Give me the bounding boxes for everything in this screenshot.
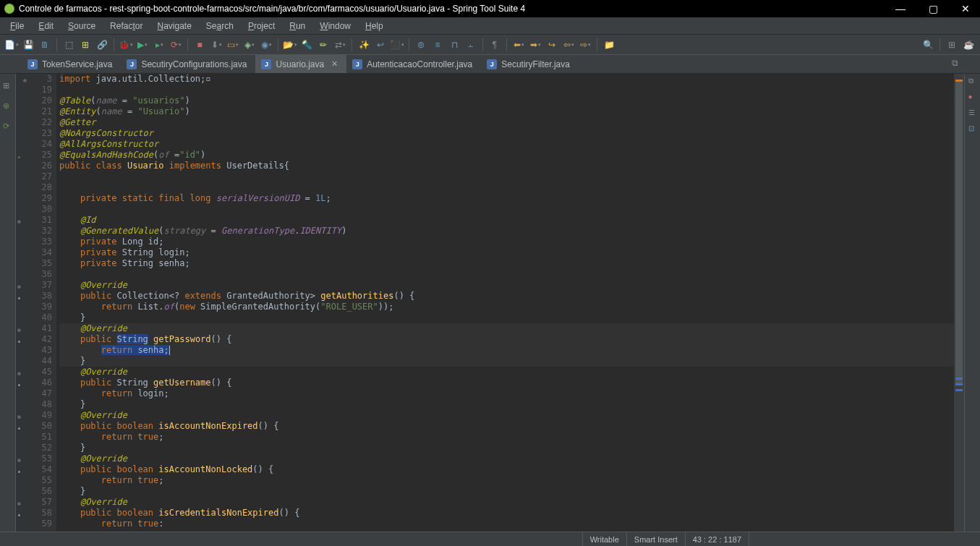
- gutter-line[interactable]: ●37: [16, 280, 52, 291]
- code-line[interactable]: }: [59, 312, 954, 323]
- gutter-line[interactable]: 43: [16, 345, 52, 356]
- open-task-button[interactable]: 📂: [283, 38, 297, 52]
- back-history-button[interactable]: ⇦: [561, 38, 576, 52]
- wand-button[interactable]: ✨: [357, 38, 371, 52]
- coverage-button[interactable]: ▸: [152, 38, 166, 52]
- code-line[interactable]: public boolean isAccountNonLocked() {: [59, 464, 954, 475]
- code-line[interactable]: return login;: [59, 388, 954, 399]
- code-line[interactable]: [59, 85, 954, 95]
- step-button[interactable]: ⊓: [447, 38, 461, 52]
- gutter-line[interactable]: ●49: [16, 410, 52, 421]
- gutter-line[interactable]: ▴25: [16, 150, 52, 161]
- boot-dash-icon[interactable]: ⟳: [3, 121, 13, 132]
- menu-source[interactable]: Source: [61, 19, 103, 33]
- code-line[interactable]: @Getter: [59, 117, 954, 128]
- code-line[interactable]: }: [59, 486, 954, 497]
- gutter-line[interactable]: ▴58: [16, 508, 52, 519]
- back-nav-button[interactable]: ⬅: [511, 38, 526, 52]
- status-cursor-position[interactable]: 43 : 22 : 1187: [685, 532, 749, 546]
- close-icon[interactable]: ✕: [331, 59, 338, 69]
- tab-securityfilter[interactable]: J SecutiryFilter.java: [481, 55, 579, 73]
- gutter-line[interactable]: 44: [16, 356, 52, 367]
- tab-tokenservice[interactable]: J TokenService.java: [22, 55, 121, 73]
- new-package-button[interactable]: ◈: [242, 38, 257, 52]
- menu-edit[interactable]: Edit: [31, 19, 61, 33]
- code-line[interactable]: return List.of(new SimpleGrantedAuthorit…: [59, 302, 954, 312]
- servers-icon[interactable]: ⊕: [3, 101, 13, 111]
- code-line[interactable]: [59, 182, 954, 193]
- gutter-line[interactable]: 28: [16, 182, 52, 193]
- expression-button[interactable]: ≡: [430, 38, 445, 52]
- gutter-line[interactable]: 32: [16, 226, 52, 236]
- code-line[interactable]: @Override: [59, 410, 954, 421]
- editor[interactable]: ⊕3192021222324▴252627282930●313233343536…: [16, 74, 964, 532]
- menu-navigate[interactable]: Navigate: [150, 19, 198, 33]
- stepover-button[interactable]: ⫠: [464, 38, 478, 52]
- menu-run[interactable]: Run: [282, 19, 312, 33]
- code-line[interactable]: [59, 204, 954, 215]
- link-editor-button[interactable]: 🔗: [95, 38, 109, 52]
- rewrite-button[interactable]: ↩: [373, 38, 388, 52]
- gutter-line[interactable]: 34: [16, 247, 52, 258]
- code-line[interactable]: public Collection<? extends GrantedAutho…: [59, 291, 954, 302]
- breakpoint-button[interactable]: ⊚: [414, 38, 428, 52]
- tab-autenticacaocontroller[interactable]: J AutenticacaoController.java: [346, 55, 481, 73]
- gutter-line[interactable]: 35: [16, 258, 52, 269]
- menu-refactor[interactable]: Refactor: [103, 19, 150, 33]
- code-line[interactable]: }: [59, 443, 954, 453]
- gutter-line[interactable]: 29: [16, 193, 52, 204]
- gutter-line[interactable]: ●45: [16, 367, 52, 377]
- code-line[interactable]: @Override: [59, 453, 954, 464]
- forward-nav-button[interactable]: ➡: [528, 38, 542, 52]
- gutter-line[interactable]: 23: [16, 128, 52, 139]
- gutter-line[interactable]: 30: [16, 204, 52, 215]
- last-edit-button[interactable]: ↪: [545, 38, 559, 52]
- gutter-line[interactable]: 26: [16, 161, 52, 171]
- gutter-line[interactable]: ▴38: [16, 291, 52, 302]
- search-icon[interactable]: 🔍: [921, 38, 935, 52]
- code-line[interactable]: public String getUsername() {: [59, 377, 954, 388]
- menu-window[interactable]: Window: [312, 19, 358, 33]
- code-line[interactable]: @Entity(name = "Usuario"): [59, 106, 954, 117]
- gutter-line[interactable]: 39: [16, 302, 52, 312]
- tasks-icon[interactable]: ☰: [968, 108, 977, 117]
- gutter-line[interactable]: 48: [16, 399, 52, 410]
- tab-usuario[interactable]: J Usuario.java ✕: [255, 55, 346, 73]
- status-insert-mode[interactable]: Smart Insert: [626, 532, 685, 546]
- save-all-button[interactable]: 🗎: [38, 38, 52, 52]
- code-line[interactable]: @Override: [59, 280, 954, 291]
- gutter-line[interactable]: 47: [16, 388, 52, 399]
- gutter-line[interactable]: 52: [16, 443, 52, 453]
- gutter-line[interactable]: 51: [16, 432, 52, 443]
- code-line[interactable]: @Override: [59, 323, 954, 334]
- code-line[interactable]: @GeneratedValue(strategy = GenerationTyp…: [59, 226, 954, 236]
- tab-securityconfigurations[interactable]: J SecutiryConfigurations.java: [121, 55, 255, 73]
- pin-button[interactable]: ⬛: [390, 38, 404, 52]
- code-line[interactable]: @EqualsAndHashCode(of ="id"): [59, 150, 954, 161]
- new-class-button[interactable]: ◉: [259, 38, 273, 52]
- code-line[interactable]: return true:: [59, 519, 954, 529]
- code-line[interactable]: private String senha;: [59, 258, 954, 269]
- perspective-button[interactable]: 📁: [602, 38, 616, 52]
- gutter-line[interactable]: 21: [16, 106, 52, 117]
- gutter-line[interactable]: ●57: [16, 497, 52, 508]
- relaunch-button[interactable]: ⬇: [209, 38, 223, 52]
- gutter-line[interactable]: 19: [16, 85, 52, 95]
- code-line[interactable]: return senha;: [59, 345, 954, 356]
- gutter-line[interactable]: 22: [16, 117, 52, 128]
- gutter-line[interactable]: 59: [16, 519, 52, 529]
- highlight-button[interactable]: ✏: [316, 38, 331, 52]
- gutter-line[interactable]: 33: [16, 236, 52, 247]
- package-explorer-icon[interactable]: ⊞: [3, 81, 13, 91]
- code-line[interactable]: }: [59, 399, 954, 410]
- maximize-button[interactable]: ▢: [923, 3, 944, 14]
- minimize-button[interactable]: —: [890, 3, 911, 14]
- gutter-line[interactable]: 27: [16, 171, 52, 182]
- code-line[interactable]: return true;: [59, 475, 954, 486]
- gutter-line[interactable]: ⊕3: [16, 74, 52, 85]
- gutter-line[interactable]: ▴54: [16, 464, 52, 475]
- scrollbar-thumb[interactable]: [955, 81, 963, 385]
- run-button[interactable]: ▶: [135, 38, 150, 52]
- gutter-line[interactable]: ▴42: [16, 334, 52, 345]
- code-line[interactable]: return true;: [59, 432, 954, 443]
